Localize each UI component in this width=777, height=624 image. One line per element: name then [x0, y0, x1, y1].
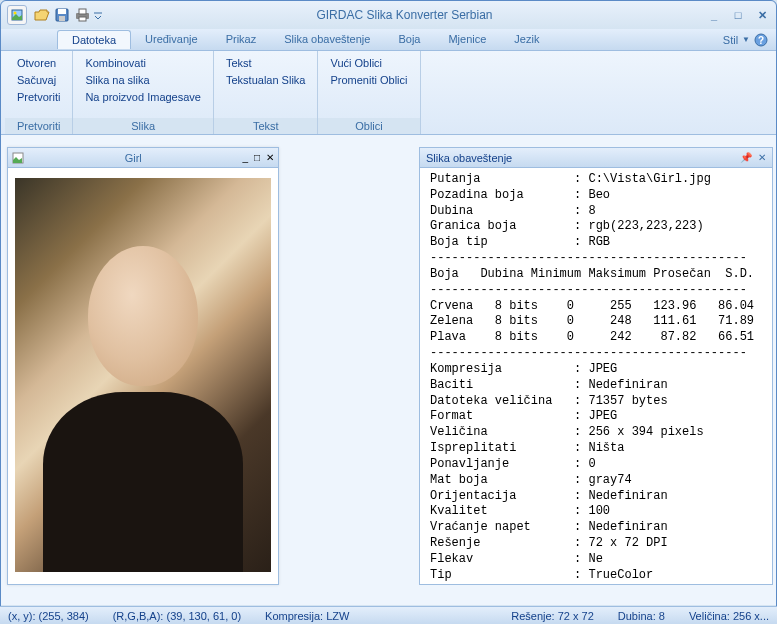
tab-mjenice[interactable]: Mjenice	[434, 30, 500, 49]
svg-rect-7	[79, 17, 86, 21]
close-button[interactable]: ✕	[754, 7, 770, 23]
ribbon-item-kombinovati[interactable]: Kombinovati	[81, 55, 205, 71]
tab-boja[interactable]: Boja	[384, 30, 434, 49]
ribbon-item-pretvoriti[interactable]: Pretvoriti	[13, 89, 64, 105]
print-icon[interactable]	[73, 6, 91, 24]
ribbon-group-slika: KombinovatiSlika na slikaNa proizvod Ima…	[73, 51, 214, 134]
ribbon-group-tekst: TekstTekstualan SlikaTekst	[214, 51, 319, 134]
titlebar: GIRDAC Slika Konverter Serbian _ □ ✕	[1, 1, 776, 29]
status-rgba: (R,G,B,A): (39, 130, 61, 0)	[113, 610, 241, 622]
pin-icon[interactable]: 📌	[740, 152, 752, 163]
document-icon	[12, 152, 24, 164]
ribbon-item-tekstualan-slika[interactable]: Tekstualan Slika	[222, 72, 310, 88]
ribbon-group-label: Slika	[73, 118, 213, 134]
ribbon-item-otvoren[interactable]: Otvoren	[13, 55, 64, 71]
maximize-button[interactable]: □	[730, 7, 746, 23]
ribbon-group-label: Oblici	[318, 118, 419, 134]
info-panel-header[interactable]: Slika obaveštenje 📌 ✕	[420, 148, 772, 168]
panel-close-button[interactable]: ✕	[758, 152, 766, 163]
image-content	[15, 178, 271, 572]
style-label: Stil	[723, 34, 738, 46]
ribbon-group-label: Tekst	[214, 118, 318, 134]
statusbar: (x, y): (255, 384) (R,G,B,A): (39, 130, …	[0, 606, 777, 624]
info-panel-content: Putanja : C:\Vista\Girl.jpg Pozadina boj…	[420, 168, 772, 584]
help-icon[interactable]: ?	[754, 33, 768, 47]
chevron-down-icon: ▼	[742, 35, 750, 44]
qat-dropdown-icon[interactable]	[93, 6, 103, 24]
svg-text:?: ?	[758, 35, 764, 46]
status-xy: (x, y): (255, 384)	[8, 610, 89, 622]
app-icon[interactable]	[7, 5, 27, 25]
ribbon-item-na-proizvod-imagesave[interactable]: Na proizvod Imagesave	[81, 89, 205, 105]
tab-prikaz[interactable]: Prikaz	[212, 30, 271, 49]
status-resenje: Rešenje: 72 x 72	[511, 610, 594, 622]
tab-jezik[interactable]: Jezik	[500, 30, 553, 49]
svg-rect-6	[79, 9, 86, 14]
style-menu[interactable]: Stil ▼ ?	[723, 33, 768, 47]
ribbon-item-promeniti-oblici[interactable]: Promeniti Oblici	[326, 72, 411, 88]
window-controls: _ □ ✕	[706, 7, 770, 23]
tab-uređivanje[interactable]: Uređivanje	[131, 30, 212, 49]
minimize-button[interactable]: _	[706, 7, 722, 23]
ribbon-group-oblici: Vući ObliciPromeniti ObliciOblici	[318, 51, 420, 134]
image-window: Girl _ □ ✕	[7, 147, 279, 585]
image-window-titlebar[interactable]: Girl _ □ ✕	[8, 148, 278, 168]
info-panel-title: Slika obaveštenje	[426, 152, 740, 164]
image-window-title: Girl	[24, 152, 242, 164]
ribbon-item-slika-na-slika[interactable]: Slika na slika	[81, 72, 205, 88]
save-icon[interactable]	[53, 6, 71, 24]
workspace: Girl _ □ ✕ Slika obaveštenje 📌 ✕ Putanja…	[1, 135, 776, 605]
ribbon-item-tekst[interactable]: Tekst	[222, 55, 310, 71]
child-minimize-button[interactable]: _	[242, 152, 248, 163]
ribbon-group-label: Pretvoriti	[5, 118, 72, 134]
open-icon[interactable]	[33, 6, 51, 24]
ribbon-item-sačuvaj[interactable]: Sačuvaj	[13, 72, 64, 88]
ribbon-group-pretvoriti: OtvorenSačuvajPretvoritiPretvoriti	[5, 51, 73, 134]
ribbon: OtvorenSačuvajPretvoritiPretvoritiKombin…	[1, 51, 776, 135]
child-maximize-button[interactable]: □	[254, 152, 260, 163]
tab-datoteka[interactable]: Datoteka	[57, 30, 131, 49]
menubar: DatotekaUređivanjePrikazSlika obaveštenj…	[1, 29, 776, 51]
child-close-button[interactable]: ✕	[266, 152, 274, 163]
svg-rect-4	[59, 16, 65, 21]
svg-rect-3	[58, 9, 66, 14]
status-velicina: Veličina: 256 x...	[689, 610, 769, 622]
status-kompresija: Kompresija: LZW	[265, 610, 349, 622]
quick-access-toolbar	[33, 6, 103, 24]
window-title: GIRDAC Slika Konverter Serbian	[103, 8, 706, 22]
ribbon-item-vući-oblici[interactable]: Vući Oblici	[326, 55, 411, 71]
info-panel: Slika obaveštenje 📌 ✕ Putanja : C:\Vista…	[419, 147, 773, 585]
status-dubina: Dubina: 8	[618, 610, 665, 622]
tab-slika-obaveštenje[interactable]: Slika obaveštenje	[270, 30, 384, 49]
